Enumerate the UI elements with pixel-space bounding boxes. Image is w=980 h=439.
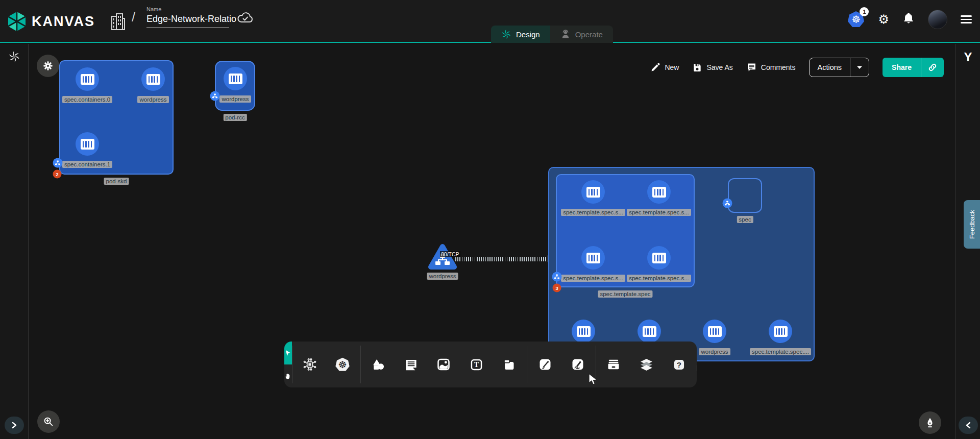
issue-count-badge[interactable]: 3 bbox=[553, 284, 561, 292]
node-deployment-container[interactable]: spec.template.spec.... bbox=[742, 320, 819, 355]
group-pod-skd[interactable]: spec.containers.0 wordpress spec.contain… bbox=[59, 60, 174, 175]
feedback-tab[interactable]: Feedback bbox=[964, 200, 980, 249]
operate-person-icon bbox=[560, 29, 571, 39]
tool-edge-pen[interactable] bbox=[535, 355, 555, 374]
zoom-button[interactable] bbox=[37, 410, 60, 433]
hand-icon bbox=[284, 370, 292, 382]
hamburger-menu-icon[interactable] bbox=[961, 15, 972, 23]
note-icon bbox=[502, 358, 516, 372]
actions-dropdown-caret[interactable] bbox=[850, 58, 869, 77]
node-label: wordpress bbox=[137, 96, 168, 103]
node-label: wordpress bbox=[219, 95, 251, 103]
right-rail: Y Feedback bbox=[955, 44, 980, 439]
tool-select[interactable] bbox=[284, 342, 292, 364]
tool-freehand-pen[interactable] bbox=[568, 355, 587, 374]
service-edge[interactable] bbox=[455, 257, 548, 261]
mouse-cursor bbox=[587, 373, 599, 386]
share-label[interactable]: Share bbox=[883, 58, 921, 77]
logo-text: KANVAS bbox=[32, 14, 95, 30]
network-badge-icon[interactable] bbox=[552, 272, 562, 282]
new-button[interactable]: New bbox=[650, 62, 679, 72]
tab-operate[interactable]: Operate bbox=[550, 26, 613, 43]
comments-button[interactable]: Comments bbox=[746, 62, 796, 72]
tab-design-label: Design bbox=[516, 30, 540, 39]
node-template-container[interactable]: spec.template.spec.s... bbox=[555, 246, 631, 282]
actions-split-button[interactable]: Actions bbox=[809, 58, 870, 77]
image-icon bbox=[436, 357, 451, 372]
left-rail bbox=[0, 44, 29, 439]
help-icon: ? bbox=[672, 358, 686, 372]
breadcrumb-separator: / bbox=[132, 9, 135, 25]
network-badge-icon[interactable] bbox=[53, 158, 63, 168]
tool-layers[interactable] bbox=[636, 355, 656, 374]
magnifier-plus-icon bbox=[43, 416, 54, 427]
node-wordpress-container[interactable]: wordpress bbox=[115, 67, 191, 103]
group-spec-template-spec[interactable]: spec.template.spec.s... spec.template.sp… bbox=[556, 174, 695, 287]
tool-image[interactable] bbox=[434, 355, 453, 374]
network-badge-icon[interactable] bbox=[723, 199, 732, 208]
notifications-bell-icon[interactable] bbox=[902, 12, 915, 27]
node-template-container[interactable]: spec.template.spec.s... bbox=[621, 180, 697, 216]
chevron-right-icon bbox=[11, 422, 17, 429]
issue-count-badge[interactable]: 2 bbox=[53, 170, 62, 179]
tool-drawer[interactable] bbox=[604, 355, 623, 374]
tool-comment[interactable] bbox=[401, 355, 421, 374]
container-icon bbox=[572, 320, 595, 343]
tool-text[interactable]: T bbox=[467, 355, 486, 374]
share-split-button[interactable]: Share bbox=[883, 58, 944, 77]
settings-gear-icon[interactable]: ⚙ bbox=[878, 13, 889, 26]
group-deployment-wordpress[interactable]: spec.template.spec.s... spec.template.sp… bbox=[548, 167, 815, 361]
dock-handle-icon[interactable]: Y bbox=[956, 50, 980, 64]
link-icon bbox=[927, 62, 938, 72]
tool-shapes[interactable] bbox=[369, 355, 388, 374]
node-label: spec.template.spec.s... bbox=[561, 275, 625, 282]
tool-help[interactable]: ? bbox=[669, 355, 689, 374]
chip-icon bbox=[303, 357, 317, 372]
meshery-spiral-icon[interactable] bbox=[0, 51, 28, 63]
tab-operate-label: Operate bbox=[575, 30, 603, 39]
user-avatar[interactable] bbox=[928, 10, 947, 29]
group-pod-rcc[interactable]: wordpress pod-rcc bbox=[215, 61, 255, 111]
design-spiral-icon bbox=[501, 29, 511, 39]
collapse-right-panel-button[interactable] bbox=[959, 417, 978, 434]
edge-pen-icon bbox=[538, 357, 552, 372]
tool-component[interactable] bbox=[300, 355, 320, 374]
app-header: KANVAS / Name Edge-Network-Relatio bbox=[0, 0, 980, 43]
tool-pan[interactable] bbox=[284, 364, 292, 387]
caret-down-icon bbox=[856, 65, 863, 69]
drawer-icon bbox=[606, 357, 621, 372]
node-label: spec.template.spec.s... bbox=[627, 209, 691, 216]
design-name-field[interactable]: Name Edge-Network-Relatio bbox=[146, 6, 229, 28]
group-label-spec-template-spec: spec.template.spec bbox=[598, 290, 652, 298]
svg-text:?: ? bbox=[676, 360, 681, 369]
node-spec-containers-0[interactable]: spec.containers.0 bbox=[49, 67, 126, 103]
node-template-container[interactable]: spec.template.spec.s... bbox=[555, 180, 631, 216]
copy-link-button[interactable] bbox=[921, 58, 944, 77]
actions-label[interactable]: Actions bbox=[810, 58, 850, 77]
network-badge-icon[interactable] bbox=[210, 91, 220, 101]
bottom-toolbar: ☸ T bbox=[284, 342, 697, 387]
shapes-icon bbox=[371, 357, 385, 372]
organization-icon[interactable] bbox=[110, 12, 126, 33]
svg-text:T: T bbox=[474, 360, 479, 369]
name-field-value[interactable]: Edge-Network-Relatio bbox=[146, 14, 229, 28]
group-settings-button[interactable] bbox=[37, 55, 59, 77]
kubernetes-context-button[interactable]: ☸ 1 bbox=[847, 11, 865, 28]
expand-left-panel-button[interactable] bbox=[5, 417, 24, 434]
node-label: spec.template.spec.s... bbox=[627, 275, 691, 282]
tab-design[interactable]: Design bbox=[491, 26, 550, 43]
edge-port-label: 80/TCP bbox=[440, 251, 460, 257]
floppy-icon bbox=[692, 62, 702, 72]
node-wordpress-container[interactable]: wordpress bbox=[197, 67, 274, 103]
save-as-label: Save As bbox=[706, 63, 732, 71]
container-icon bbox=[76, 132, 99, 156]
ink-pen-button[interactable] bbox=[919, 411, 941, 434]
node-template-container[interactable]: spec.template.spec.s... bbox=[621, 246, 697, 282]
save-as-button[interactable]: Save As bbox=[692, 62, 732, 72]
kanvas-logo[interactable]: KANVAS bbox=[7, 11, 95, 32]
tool-note[interactable] bbox=[499, 355, 519, 374]
group-label-pod-skd: pod-skd bbox=[104, 178, 129, 185]
node-spec[interactable]: spec bbox=[728, 178, 762, 213]
name-field-label: Name bbox=[146, 6, 229, 12]
tool-kubernetes[interactable]: ☸ bbox=[333, 355, 352, 374]
